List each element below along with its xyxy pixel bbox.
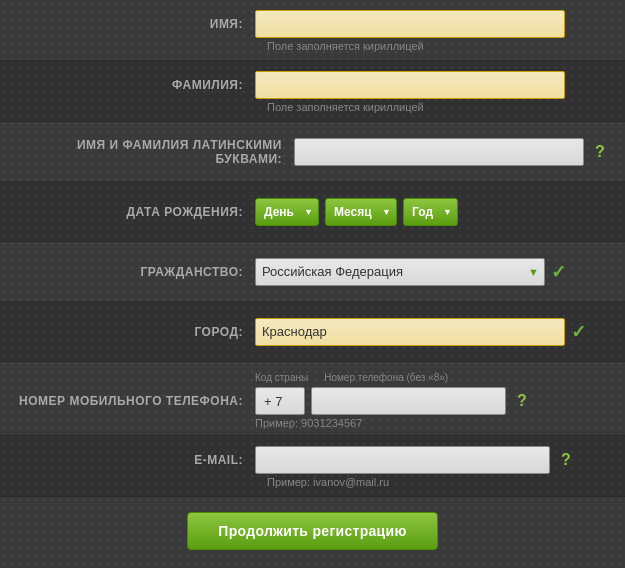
registration-form: ИМЯ: Поле заполняется кириллицей ФАМИЛИЯ… bbox=[0, 0, 625, 565]
submit-row: Продолжить регистрацию bbox=[0, 497, 625, 565]
phone-inputs: + 7 ? bbox=[255, 387, 532, 415]
citizenship-label: ГРАЖДАНСТВО: bbox=[15, 265, 255, 279]
citizenship-row: ГРАЖДАНСТВО: Российская Федерация ✓ bbox=[0, 242, 625, 302]
birthday-row: ДАТА РОЖДЕНИЯ: День Месяц Год bbox=[0, 182, 625, 242]
email-row: E-MAIL: ? Пример: ivanov@mail.ru bbox=[0, 436, 625, 497]
phone-code-display: + 7 bbox=[255, 387, 305, 415]
email-help-icon[interactable]: ? bbox=[556, 450, 576, 470]
latin-input-col: ? bbox=[294, 138, 610, 166]
city-input-col: ✓ bbox=[255, 318, 610, 346]
name-input[interactable] bbox=[255, 10, 565, 38]
phone-section: Код страны Номер телефона (без «8») + 7 … bbox=[255, 372, 532, 429]
day-select[interactable]: День bbox=[255, 198, 319, 226]
phone-input-col: Код страны Номер телефона (без «8») + 7 … bbox=[255, 372, 610, 429]
citizenship-checkmark: ✓ bbox=[551, 261, 566, 283]
name-row: ИМЯ: Поле заполняется кириллицей bbox=[0, 0, 625, 61]
email-input-col: ? bbox=[255, 446, 610, 474]
birthday-input-col: День Месяц Год bbox=[255, 198, 610, 226]
day-select-wrapper: День bbox=[255, 198, 319, 226]
phone-code-label: Код страны bbox=[255, 372, 308, 383]
citizenship-select[interactable]: Российская Федерация bbox=[255, 258, 545, 286]
latin-label: ИМЯ И ФАМИЛИЯ ЛАТИНСКИМИ БУКВАМИ: bbox=[15, 138, 294, 166]
latin-help-icon[interactable]: ? bbox=[590, 142, 610, 162]
phone-number-label: Номер телефона (без «8») bbox=[324, 372, 448, 383]
email-label: E-MAIL: bbox=[15, 453, 255, 467]
name-hint: Поле заполняется кириллицей bbox=[15, 38, 610, 54]
phone-help-icon[interactable]: ? bbox=[512, 391, 532, 411]
email-example: Пример: ivanov@mail.ru bbox=[15, 474, 610, 490]
latin-row: ИМЯ И ФАМИЛИЯ ЛАТИНСКИМИ БУКВАМИ: ? bbox=[0, 122, 625, 182]
city-label: ГОРОД: bbox=[15, 325, 255, 339]
phone-label: НОМЕР МОБИЛЬНОГО ТЕЛЕФОНА: bbox=[15, 394, 255, 408]
citizenship-select-wrapper: Российская Федерация bbox=[255, 258, 545, 286]
city-input[interactable] bbox=[255, 318, 565, 346]
submit-button[interactable]: Продолжить регистрацию bbox=[187, 512, 437, 550]
phone-example: Пример: 9031234567 bbox=[255, 417, 532, 429]
year-select[interactable]: Год bbox=[403, 198, 458, 226]
surname-row: ФАМИЛИЯ: Поле заполняется кириллицей bbox=[0, 61, 625, 122]
email-input[interactable] bbox=[255, 446, 550, 474]
surname-hint: Поле заполняется кириллицей bbox=[15, 99, 610, 115]
phone-number-input[interactable] bbox=[311, 387, 506, 415]
year-select-wrapper: Год bbox=[403, 198, 458, 226]
phone-labels: Код страны Номер телефона (без «8») bbox=[255, 372, 532, 383]
latin-input[interactable] bbox=[294, 138, 584, 166]
name-input-col bbox=[255, 10, 610, 38]
month-select[interactable]: Месяц bbox=[325, 198, 397, 226]
city-checkmark: ✓ bbox=[571, 321, 586, 343]
city-row: ГОРОД: ✓ bbox=[0, 302, 625, 362]
birthday-label: ДАТА РОЖДЕНИЯ: bbox=[15, 205, 255, 219]
citizenship-input-col: Российская Федерация ✓ bbox=[255, 258, 610, 286]
surname-input-col bbox=[255, 71, 610, 99]
month-select-wrapper: Месяц bbox=[325, 198, 397, 226]
surname-input[interactable] bbox=[255, 71, 565, 99]
phone-row: НОМЕР МОБИЛЬНОГО ТЕЛЕФОНА: Код страны Но… bbox=[0, 362, 625, 436]
surname-label: ФАМИЛИЯ: bbox=[15, 78, 255, 92]
name-label: ИМЯ: bbox=[15, 17, 255, 31]
